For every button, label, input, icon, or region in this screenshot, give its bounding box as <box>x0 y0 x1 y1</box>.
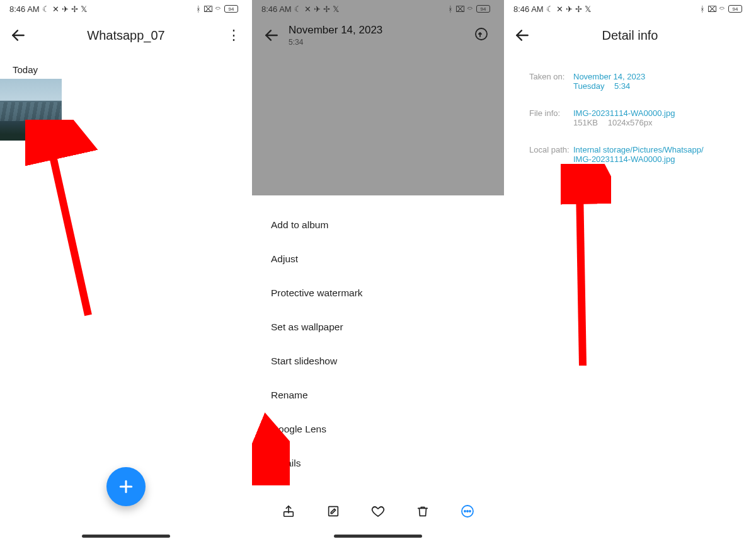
wifi-icon: ⌔ <box>215 4 220 14</box>
battery-icon: 94 <box>728 5 742 13</box>
bluetooth-icon: ᚼ <box>196 4 201 14</box>
favorite-button[interactable] <box>369 502 387 520</box>
telegram-icon: ✈ <box>314 4 321 14</box>
bottom-sheet: Add to album Adjust Protective watermark… <box>252 195 504 544</box>
misc-icon: ✢ <box>575 4 582 14</box>
gesture-bar <box>334 535 422 538</box>
page-title: Detail info <box>504 28 756 43</box>
menu-set-as-wallpaper[interactable]: Set as wallpaper <box>252 310 504 344</box>
gesture-bar <box>82 535 170 538</box>
status-bar: 8:46 AM ☾ ✕ ✈ ✢ 𝕏 ᚼ ⌧ ⌔ 94 <box>252 0 504 18</box>
svg-line-3 <box>50 145 88 315</box>
wifi-icon: ⌔ <box>719 4 724 14</box>
row-taken-on: Taken on: November 14, 2023 Tuesday 5:34 <box>529 72 741 91</box>
label-taken-on: Taken on: <box>529 72 573 91</box>
screen-album: 8:46 AM ☾ ✕ ✈ ✢ 𝕏 ᚼ ⌧ ⌔ 94 Whatsapp_07 ⋮… <box>0 0 252 544</box>
app-bar: Detail info <box>504 18 756 53</box>
dnd-icon: ✕ <box>52 4 59 14</box>
app-bar: Whatsapp_07 ⋮ <box>0 18 252 53</box>
svg-point-11 <box>469 511 471 512</box>
moon-icon: ☾ <box>294 4 302 14</box>
menu-protective-watermark[interactable]: Protective watermark <box>252 276 504 310</box>
battery-icon: 94 <box>224 5 238 13</box>
menu-details[interactable]: Details <box>252 446 504 480</box>
no-sim-icon: ⌧ <box>707 4 717 14</box>
value-taken-date: November 14, 2023 <box>573 72 645 81</box>
row-file-info: File info: IMG-20231114-WA0000.jpg 151KB… <box>529 108 741 127</box>
photo-app-bar: November 14, 2023 5:34 <box>252 18 504 53</box>
detail-info-block: Taken on: November 14, 2023 Tuesday 5:34… <box>504 53 756 164</box>
misc-icon: ✢ <box>71 4 78 14</box>
value-path-1: Internal storage/Pictures/Whatsapp/ <box>573 145 704 154</box>
section-today: Today <box>0 53 252 79</box>
no-sim-icon: ⌧ <box>455 4 465 14</box>
edit-button[interactable] <box>324 502 342 520</box>
label-local-path: Local path: <box>529 145 573 164</box>
telegram-icon: ✈ <box>566 4 573 14</box>
value-filesize: 151KB <box>573 118 598 127</box>
dnd-icon: ✕ <box>556 4 563 14</box>
x-icon: 𝕏 <box>585 4 591 14</box>
status-time: 8:46 AM <box>261 4 292 14</box>
menu-rename[interactable]: Rename <box>252 378 504 412</box>
menu-add-to-album[interactable]: Add to album <box>252 208 504 242</box>
bluetooth-icon: ᚼ <box>700 4 705 14</box>
photo-viewer-area: 8:46 AM ☾ ✕ ✈ ✢ 𝕏 ᚼ ⌧ ⌔ 94 November 14, … <box>252 0 504 195</box>
x-icon: 𝕏 <box>333 4 339 14</box>
dnd-icon: ✕ <box>304 4 311 14</box>
annotation-arrow-1 <box>25 120 139 328</box>
value-dimensions: 1024x576px <box>608 118 653 127</box>
misc-icon: ✢ <box>323 4 330 14</box>
label-file-info: File info: <box>529 108 573 127</box>
screen-photo-menu: 8:46 AM ☾ ✕ ✈ ✢ 𝕏 ᚼ ⌧ ⌔ 94 November 14, … <box>252 0 504 544</box>
bluetooth-icon: ᚼ <box>448 4 453 14</box>
no-sim-icon: ⌧ <box>203 4 213 14</box>
more-button[interactable] <box>459 502 476 520</box>
back-button[interactable] <box>261 25 282 46</box>
status-bar: 8:46 AM ☾ ✕ ✈ ✢ 𝕏 ᚼ ⌧ ⌔ 94 <box>504 0 756 18</box>
svg-line-14 <box>580 189 583 366</box>
photo-time: 5:34 <box>289 38 382 47</box>
delete-button[interactable] <box>414 502 432 520</box>
menu-adjust[interactable]: Adjust <box>252 242 504 276</box>
svg-point-9 <box>464 511 466 512</box>
moon-icon: ☾ <box>42 4 50 14</box>
photo-thumbnail[interactable] <box>0 79 62 141</box>
menu-start-slideshow[interactable]: Start slideshow <box>252 344 504 378</box>
add-fab[interactable] <box>106 467 146 506</box>
status-bar: 8:46 AM ☾ ✕ ✈ ✢ 𝕏 ᚼ ⌧ ⌔ 94 <box>0 0 252 18</box>
page-title: Whatsapp_07 <box>0 28 252 43</box>
status-time: 8:46 AM <box>9 4 40 14</box>
battery-icon: 94 <box>476 5 490 13</box>
menu-google-lens[interactable]: Google Lens <box>252 412 504 446</box>
row-local-path: Local path: Internal storage/Pictures/Wh… <box>529 145 741 164</box>
x-icon: 𝕏 <box>81 4 87 14</box>
photo-date: November 14, 2023 <box>289 24 382 37</box>
svg-point-10 <box>467 511 468 512</box>
value-path-2: IMG-20231114-WA0000.jpg <box>573 154 704 164</box>
status-time: 8:46 AM <box>513 4 544 14</box>
value-taken-day: Tuesday <box>573 81 604 91</box>
action-bar <box>252 502 504 520</box>
value-filename: IMG-20231114-WA0000.jpg <box>573 108 675 118</box>
wifi-icon: ⌔ <box>467 4 472 14</box>
moon-icon: ☾ <box>546 4 554 14</box>
svg-rect-7 <box>328 507 338 516</box>
value-taken-time: 5:34 <box>614 81 630 91</box>
cloud-sync-button[interactable] <box>474 26 489 44</box>
more-options-button[interactable]: ⋮ <box>227 27 241 43</box>
screen-detail-info: 8:46 AM ☾ ✕ ✈ ✢ 𝕏 ᚼ ⌧ ⌔ 94 Detail info T… <box>504 0 756 544</box>
annotation-arrow-3 <box>561 164 611 372</box>
telegram-icon: ✈ <box>62 4 69 14</box>
share-button[interactable] <box>280 502 297 520</box>
